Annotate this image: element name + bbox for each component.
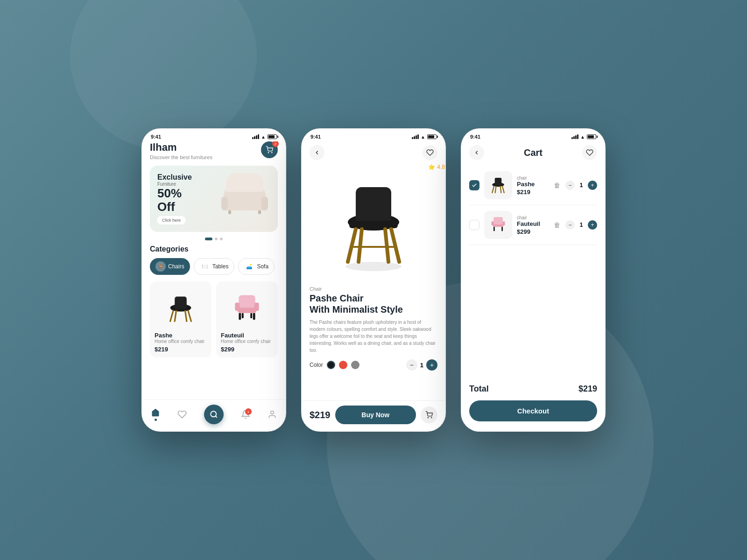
delete-pashe-button[interactable]: 🗑 — [551, 180, 563, 191]
product-card-pashe[interactable]: Pashe Home office comfy chair $219 — [150, 281, 211, 357]
qty-increase-fauteuil[interactable]: + — [588, 220, 597, 230]
cart-item-name-pashe: Pashe — [517, 181, 547, 188]
quantity-increase[interactable]: + — [426, 359, 437, 371]
phone-home-content: Ilham Discover the best furnitures 2 — [142, 141, 285, 399]
add-to-cart-button[interactable] — [421, 406, 437, 423]
wifi-icon-c: ▲ — [580, 134, 585, 140]
cart-item-category-fauteuil: chair — [517, 215, 547, 220]
svg-rect-14 — [242, 313, 244, 318]
signal-icon-d — [412, 134, 419, 139]
promo-banner[interactable]: Exclusive Furniture 50% Off Click here — [150, 166, 278, 232]
category-sofa[interactable]: 🛋️ Sofa — [238, 258, 275, 275]
dot-2[interactable] — [215, 238, 218, 240]
svg-line-7 — [185, 311, 187, 321]
product-rating: ⭐ 4.8 — [428, 164, 445, 170]
nav-wishlist[interactable] — [177, 410, 187, 419]
qty-decrease-fauteuil[interactable]: − — [565, 220, 575, 230]
product-hero-image: ⭐ 4.8 — [302, 164, 445, 280]
cart-chair-pink-svg — [487, 213, 509, 237]
phones-container: 9:41 ▲ — [141, 128, 606, 432]
svg-line-35 — [500, 186, 501, 193]
phone-cart-content: Cart — [462, 141, 605, 431]
checkbox-fauteuil[interactable] — [469, 220, 479, 230]
product-detail-info: Chair Pashe ChairWith Minimalist Style T… — [302, 280, 445, 400]
chair-pink-svg — [228, 288, 266, 326]
svg-rect-38 — [491, 221, 493, 225]
phone-detail: 9:41 ▲ — [301, 128, 446, 432]
svg-rect-13 — [253, 313, 255, 320]
product-card-fauteuil[interactable]: Fauteuil Home office comfy chair $299 — [216, 281, 278, 357]
phone-home-screen: 9:41 ▲ — [142, 129, 285, 431]
cart-button[interactable]: 2 — [261, 141, 278, 158]
cart-icon — [266, 146, 273, 154]
cart-back-button[interactable] — [469, 145, 484, 160]
status-bar-home: 9:41 ▲ — [142, 129, 285, 141]
bg-decoration-circle2 — [70, 0, 257, 149]
cart-item-img-pashe — [484, 171, 512, 199]
svg-line-4 — [170, 311, 173, 321]
signal-icon — [252, 134, 259, 139]
status-time-detail: 9:41 — [310, 134, 321, 140]
back-icon-cart — [473, 149, 480, 156]
buy-now-button[interactable]: Buy Now — [335, 406, 416, 424]
categories-title: Categories — [150, 245, 278, 253]
quantity-decrease[interactable]: − — [406, 359, 417, 371]
phone-home: 9:41 ▲ — [141, 128, 286, 432]
nav-notifications[interactable]: 1 — [241, 410, 250, 419]
phone-cart: 9:41 ▲ — [461, 128, 606, 432]
nav-profile[interactable] — [268, 410, 277, 419]
cart-item-controls-fauteuil: 🗑 − 1 + — [551, 219, 597, 231]
svg-rect-31 — [495, 178, 502, 185]
back-button[interactable] — [310, 145, 324, 160]
svg-rect-11 — [254, 303, 259, 311]
cart-item-fauteuil: chair Fauteuil $299 🗑 − 1 + — [469, 205, 597, 245]
product-name-pashe: Pashe — [155, 332, 207, 339]
svg-line-6 — [175, 311, 176, 321]
checkout-button[interactable]: Checkout — [469, 400, 597, 421]
category-tables[interactable]: 🍽️ Tables — [194, 258, 235, 275]
color-red[interactable] — [339, 361, 347, 369]
checkbox-pashe[interactable] — [469, 180, 479, 190]
category-chairs[interactable]: 🪑 Chairs — [150, 258, 190, 275]
product-title: Pashe ChairWith Minimalist Style — [310, 293, 437, 315]
dot-1[interactable] — [205, 238, 212, 240]
svg-rect-39 — [503, 221, 505, 225]
total-label: Total — [469, 384, 489, 394]
cart-wishlist-button[interactable] — [582, 145, 597, 160]
product-name-fauteuil: Fauteuil — [221, 332, 273, 339]
cart-header: Cart — [462, 141, 605, 166]
svg-rect-41 — [501, 227, 503, 231]
heart-outline-icon — [426, 149, 434, 156]
cart-item-price-fauteuil: $299 — [517, 228, 547, 235]
nav-home[interactable] — [151, 408, 160, 421]
user-info: Ilham Discover the best furnitures — [150, 141, 212, 160]
svg-line-24 — [391, 229, 399, 262]
svg-line-5 — [188, 311, 191, 321]
qty-decrease-pashe[interactable]: − — [565, 181, 575, 190]
chairs-icon: 🪑 — [155, 261, 166, 272]
cart-item-info-pashe: chair Pashe $219 — [517, 175, 547, 196]
banner-dots — [150, 238, 278, 240]
dot-3[interactable] — [220, 238, 223, 240]
color-grey[interactable] — [351, 361, 359, 369]
qty-increase-pashe[interactable]: + — [588, 181, 597, 190]
wishlist-button[interactable] — [423, 145, 437, 160]
color-label: Color — [310, 362, 323, 368]
svg-rect-12 — [239, 313, 241, 320]
chair-detail-svg — [322, 168, 425, 276]
detail-nav-header — [302, 141, 445, 164]
search-fab[interactable] — [204, 405, 224, 424]
delete-fauteuil-button[interactable]: 🗑 — [551, 219, 563, 231]
quantity-control: − 1 + — [406, 359, 437, 371]
banner-cta[interactable]: Click here — [157, 216, 185, 224]
svg-line-32 — [492, 186, 494, 193]
color-black[interactable] — [327, 361, 335, 369]
sofa-icon: 🛋️ — [244, 261, 254, 272]
cart-footer: Total $219 Checkout — [462, 378, 605, 431]
total-value: $219 — [578, 384, 597, 394]
svg-line-34 — [495, 186, 496, 193]
nav-search[interactable] — [204, 405, 224, 424]
search-icon — [210, 410, 218, 419]
product-price-fauteuil: $299 — [221, 346, 273, 353]
cart-detail-icon — [425, 411, 433, 419]
